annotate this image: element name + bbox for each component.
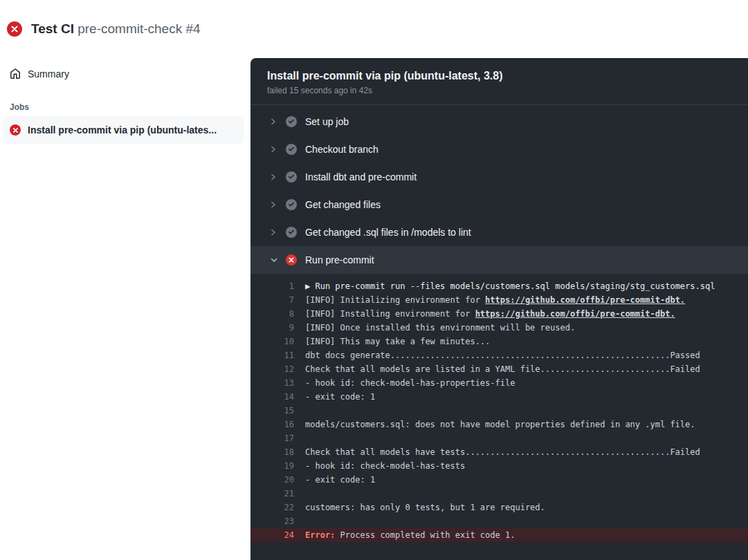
log-line: 14- exit code: 1 [250,390,748,404]
step-label: Get changed files [305,199,381,210]
log-line-text: [INFO] Installing environment for https:… [305,307,675,321]
log-line: 13- hook id: check-model-has-properties-… [250,376,748,390]
log-line: 15 [250,404,748,418]
log-line-number[interactable]: 19 [250,459,294,473]
job-list: Install pre-commit via pip (ubuntu-lates… [3,116,244,144]
log-line-number[interactable]: 20 [250,473,294,487]
log-line-error: 24Error: Process completed with exit cod… [250,528,748,542]
log-line-number[interactable]: 7 [250,293,294,307]
log-line: 16models/customers.sql: does not have mo… [250,418,748,431]
log-line: 12Check that all models are listed in a … [250,362,748,376]
log-line-number[interactable]: 11 [250,348,294,362]
log-line-text: [INFO] This may take a few minutes... [305,335,490,348]
log-line-number[interactable]: 8 [250,307,294,321]
log-line-number[interactable]: 10 [250,335,294,348]
log-segment: [INFO] Once installed this environment w… [305,323,575,333]
log-line: 11dbt docs generate.....................… [250,348,748,362]
log-line: 20- exit code: 1 [250,473,748,487]
log-segment: Run pre-commit run --files models/custom… [315,281,715,291]
log-viewer: 1▶ Run pre-commit run --files models/cus… [250,274,748,542]
log-line-number[interactable]: 13 [250,376,294,390]
log-line-number[interactable]: 22 [250,501,294,514]
log-line-number[interactable]: 18 [250,445,294,459]
chevron-down-icon [270,256,278,264]
log-line: 9[INFO] Once installed this environment … [250,321,748,335]
log-line: 1▶ Run pre-commit run --files models/cus… [250,279,748,293]
step-success-icon [286,116,297,127]
log-line: 18Check that all models have tests......… [250,445,748,459]
log-segment: Check that all models have tests........… [305,447,700,457]
log-line: 8[INFO] Installing environment for https… [250,307,748,321]
job-item-label: Install pre-commit via pip (ubuntu-lates… [28,124,217,136]
log-segment: models/customers.sql: does not have mode… [305,420,695,429]
log-line: 19- hook id: check-model-has-tests [250,459,748,473]
log-segment: [INFO] Installing environment for [305,309,475,319]
step-row[interactable]: Get changed .sql files in /models to lin… [250,218,748,246]
log-segment: - hook id: check-model-has-properties-fi… [305,378,515,388]
step-row[interactable]: Set up job [250,108,748,136]
log-segment: dbt docs generate.......................… [305,351,700,360]
log-segment: - exit code: 1 [305,392,375,402]
page-title: Test CI pre-commit-check #4 [31,21,201,37]
log-line-number[interactable]: 16 [250,418,294,431]
log-segment: Process completed with exit code 1. [340,530,516,540]
log-line-number[interactable]: 14 [250,390,294,404]
log-line-text: Error: Process completed with exit code … [305,528,515,542]
job-panel-header: Install pre-commit via pip (ubuntu-lates… [250,58,748,105]
log-segment: [INFO] Initializing environment for [305,295,485,305]
step-row[interactable]: Get changed files [250,191,748,218]
job-title: Install pre-commit via pip (ubuntu-lates… [267,70,731,82]
chevron-right-icon [270,200,278,209]
log-line: 7[INFO] Initializing environment for htt… [250,293,748,307]
log-line: 17 [250,431,748,445]
log-line-number[interactable]: 23 [250,514,294,528]
log-line-number[interactable]: 24 [250,528,294,542]
log-link[interactable]: https://github.com/offbi/pre-commit-dbt. [475,309,675,319]
log-line-text: ▶ Run pre-commit run --files models/cust… [305,279,715,293]
log-line-text: - hook id: check-model-has-tests [305,459,465,473]
log-line-text: models/customers.sql: does not have mode… [305,418,695,431]
sidebar-job-item[interactable]: Install pre-commit via pip (ubuntu-lates… [3,116,244,144]
job-status-summary: failed 15 seconds ago in 42s [267,86,731,95]
chevron-right-icon [270,118,278,126]
log-line-text: - hook id: check-model-has-properties-fi… [305,376,515,390]
log-line-text: customers: has only 0 tests, but 1 are r… [305,501,545,514]
log-line-number[interactable]: 9 [250,321,294,335]
job-log-panel: Install pre-commit via pip (ubuntu-lates… [250,58,748,560]
log-line-number[interactable]: 12 [250,362,294,376]
log-line-text: [INFO] Once installed this environment w… [305,321,575,335]
chevron-right-icon [270,173,278,181]
log-line-text: Check that all models are listed in a YA… [305,362,700,376]
log-line-text: Check that all models have tests........… [305,445,700,459]
log-line-number[interactable]: 1 [250,279,294,293]
sidebar: Summary Jobs Install pre-commit via pip … [0,58,250,560]
step-success-icon [286,144,297,155]
log-line-number[interactable]: 15 [250,404,294,418]
sidebar-summary-label: Summary [28,68,69,80]
sidebar-item-summary[interactable]: Summary [3,62,244,86]
log-line: 10[INFO] This may take a few minutes... [250,335,748,348]
run-failed-icon [7,21,22,37]
log-segment: - hook id: check-model-has-tests [305,461,465,471]
log-link[interactable]: https://github.com/offbi/pre-commit-dbt. [485,295,685,305]
log-line-number[interactable]: 21 [250,487,294,501]
step-label: Get changed .sql files in /models to lin… [305,227,471,238]
step-row[interactable]: Run pre-commit [250,246,748,274]
log-line-number[interactable]: 17 [250,431,294,445]
step-failed-icon [286,254,297,265]
log-line: 23 [250,514,748,528]
log-segment: Check that all models are listed in a YA… [305,364,700,374]
step-row[interactable]: Install dbt and pre-commit [250,163,748,191]
run-name: pre-commit-check #4 [77,21,200,36]
log-line-text: - exit code: 1 [305,390,375,404]
log-segment: ▶ [305,281,315,291]
log-line-text: - exit code: 1 [305,473,375,487]
log-segment: customers: has only 0 tests, but 1 are r… [305,503,545,512]
step-list: Set up jobCheckout branchInstall dbt and… [250,105,748,274]
log-line: 21 [250,487,748,501]
jobs-heading: Jobs [10,102,244,112]
step-row[interactable]: Checkout branch [250,136,748,163]
log-line-text: dbt docs generate.......................… [305,348,700,362]
run-header: Test CI pre-commit-check #4 [0,0,748,58]
step-success-icon [286,171,297,183]
